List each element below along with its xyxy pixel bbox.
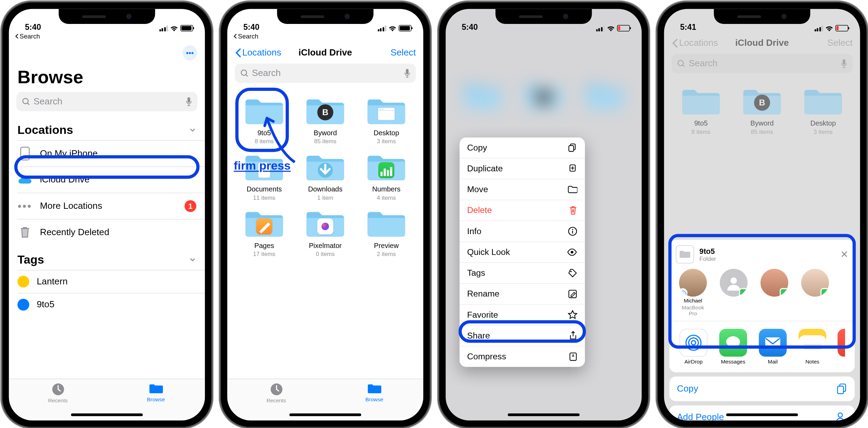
menu-rename[interactable]: Rename (460, 284, 585, 305)
menu-quick-look[interactable]: Quick Look (460, 242, 585, 263)
tag-lantern[interactable]: Lantern (9, 271, 205, 293)
svg-rect-23 (765, 337, 780, 348)
trash-icon (17, 225, 32, 240)
person-add-icon (835, 412, 847, 420)
svg-point-14 (570, 271, 572, 272)
cellular-icon (159, 25, 168, 31)
airdrop-person[interactable]: ◎ Michael MacBook Pro (678, 269, 708, 317)
back-button[interactable]: Locations (235, 48, 281, 58)
menu-info[interactable]: Info (460, 221, 585, 242)
select-button[interactable]: Select (390, 48, 416, 58)
home-indicator[interactable] (71, 413, 143, 416)
contact-person[interactable] (760, 269, 790, 317)
home-indicator[interactable] (508, 413, 580, 416)
svg-point-5 (241, 70, 246, 75)
share-sheet-screen: 5:41 Locations iCloud Drive Select Searc… (664, 9, 860, 421)
search-icon (22, 97, 31, 106)
menu-duplicate[interactable]: Duplicate (460, 159, 585, 179)
copy-icon (568, 143, 578, 153)
share-item-name: 9to5 (700, 247, 716, 256)
svg-point-0 (23, 99, 28, 104)
iphone-icon (17, 146, 32, 161)
location-recently-deleted[interactable]: Recently Deleted (9, 220, 205, 245)
app-mail[interactable]: Mail (758, 329, 787, 365)
share-action-copy[interactable]: Copy (669, 377, 855, 401)
tags-section-header[interactable]: Tags (9, 245, 205, 270)
menu-share[interactable]: Share (460, 326, 585, 346)
share-icon (569, 331, 578, 341)
locations-section-header[interactable]: Locations (9, 115, 205, 140)
location-more[interactable]: ••• More Locations 1 (9, 193, 205, 219)
airdrop-icon (685, 334, 702, 351)
duplicate-icon (568, 164, 578, 173)
folder-byword[interactable]: B Byword85 items (296, 96, 355, 145)
more-badge: 1 (184, 200, 196, 212)
messages-icon (725, 335, 741, 350)
copy-icon (836, 383, 847, 395)
svg-point-12 (572, 229, 573, 230)
more-icon: ••• (17, 199, 32, 214)
location-icloud-drive[interactable]: iCloud Drive (9, 167, 205, 192)
pixelmator-app-icon (317, 218, 333, 234)
mail-icon (765, 337, 781, 349)
wifi-icon (389, 25, 397, 31)
app-airdrop[interactable]: AirDrop (679, 329, 708, 365)
folder-grid: 9to58 items B Byword85 items Desktop3 it… (227, 87, 423, 265)
home-indicator[interactable] (289, 413, 361, 416)
search-icon (240, 69, 249, 78)
more-options-button[interactable]: ••• (182, 45, 197, 60)
contact-person[interactable] (719, 269, 749, 317)
tag-9to5[interactable]: 9to5 (9, 293, 205, 316)
context-menu: Copy Duplicate Move Delete Info Quick Lo… (460, 137, 585, 367)
svg-point-19 (730, 277, 737, 284)
svg-rect-1 (188, 97, 190, 103)
folder-thumb-icon (676, 245, 694, 264)
folder-icon (148, 382, 163, 395)
apps-row: AirDrop Messages Mail Notes (676, 321, 848, 367)
back-to-search[interactable]: Search (227, 33, 423, 42)
folder-desktop[interactable]: Desktop3 items (357, 96, 416, 145)
page-title: Browse (9, 63, 205, 92)
folder-9to5[interactable]: 9to58 items (235, 96, 294, 145)
folder-downloads[interactable]: Downloads1 item (296, 152, 355, 201)
byword-app-icon: B (317, 104, 333, 120)
svg-point-13 (571, 251, 573, 254)
menu-tags[interactable]: Tags (460, 263, 585, 284)
contact-person[interactable] (800, 269, 830, 317)
dictate-icon[interactable] (185, 97, 192, 106)
home-indicator[interactable] (726, 413, 798, 416)
chevron-left-icon (235, 48, 241, 58)
nav-title: iCloud Drive (298, 48, 352, 58)
folder-preview[interactable]: Preview2 items (357, 208, 416, 257)
location-on-my-iphone[interactable]: On My iPhone (9, 141, 205, 166)
folder-pixelmator[interactable]: Pixelmator0 items (296, 208, 355, 257)
dictate-icon[interactable] (404, 68, 410, 78)
svg-point-21 (689, 338, 698, 348)
search-input[interactable]: Search (16, 92, 197, 111)
share-item-kind: Folder (700, 255, 716, 262)
wifi-icon (170, 25, 178, 31)
pages-app-icon (256, 218, 272, 234)
menu-delete[interactable]: Delete (460, 200, 585, 221)
eye-icon (567, 248, 578, 256)
clock-icon (51, 382, 65, 396)
back-to-search[interactable]: Search (9, 33, 205, 42)
notes-icon (804, 344, 821, 349)
app-notes[interactable]: Notes (798, 329, 827, 365)
share-action-add-people[interactable]: Add People (669, 405, 855, 420)
star-icon (568, 310, 578, 320)
folder-pages[interactable]: Pages17 items (235, 208, 294, 257)
tag-icon (568, 268, 578, 278)
menu-move[interactable]: Move (460, 179, 585, 200)
menu-copy[interactable]: Copy (460, 137, 585, 158)
app-more[interactable] (837, 329, 845, 365)
search-input[interactable]: Search (235, 63, 416, 83)
window-icon (378, 107, 395, 120)
folder-numbers[interactable]: Numbers4 items (357, 152, 416, 201)
app-messages[interactable]: Messages (719, 329, 747, 365)
tag-dot-yellow (17, 276, 29, 288)
menu-favorite[interactable]: Favorite (460, 305, 585, 325)
close-button[interactable]: ✕ (840, 248, 848, 260)
menu-compress[interactable]: Compress (460, 346, 585, 367)
people-row: ◎ Michael MacBook Pro (676, 264, 848, 319)
